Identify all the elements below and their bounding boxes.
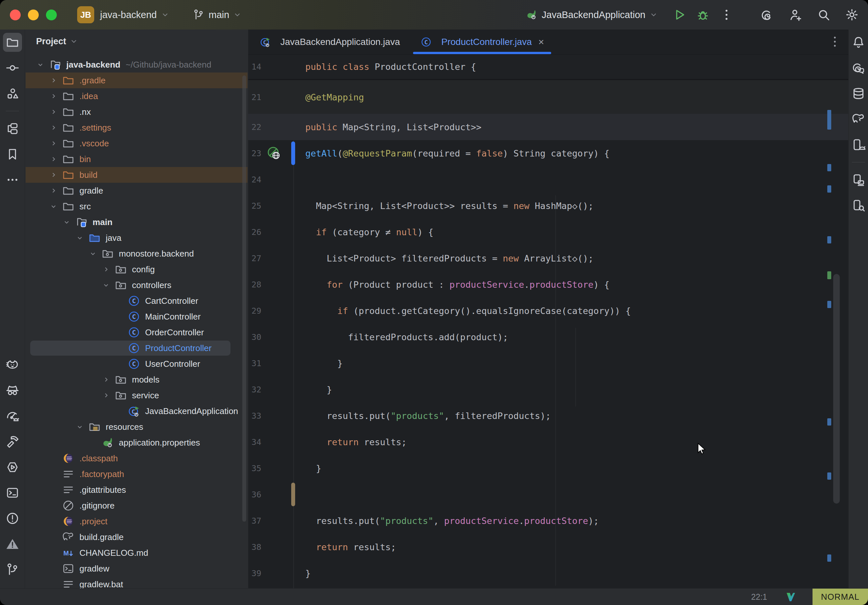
tree-item-UserController[interactable]: CUserController [25,356,248,372]
editor-tab-ProductController.java[interactable]: CProductController.java× [411,29,553,54]
tree-item-gradlew[interactable]: gradlew [25,561,248,576]
minimize-window-button[interactable] [28,9,39,20]
tree-item-main[interactable]: main [25,214,248,230]
tree-item-build.gradle[interactable]: build.gradle [25,529,248,545]
toolwindow-button-dots3[interactable] [3,170,22,189]
line-number[interactable]: 23 [248,140,261,166]
tree-item-controllers[interactable]: controllers [25,277,248,293]
error-stripe-mark[interactable] [827,271,831,279]
tree-item-application.properties[interactable]: application.properties [25,435,248,450]
line-number[interactable]: 33 [248,402,261,429]
tree-item-monostore.backend[interactable]: monostore.backend [25,246,248,261]
tree-item-.nx[interactable]: .nx [25,104,248,120]
error-stripe-mark[interactable] [827,186,831,193]
tree-item-JavaBackendApplication[interactable]: CJavaBackendApplication [25,403,248,419]
code-line-29[interactable]: 29 if (product.getCategory().equalsIgnor… [248,297,848,324]
tree-item-resources[interactable]: resources [25,419,248,435]
toolwindow-button-hammer[interactable] [3,432,22,451]
code-line-33[interactable]: 33 results.put("products", filteredProdu… [248,402,848,429]
error-stripe-mark[interactable] [827,301,831,308]
toolwindow-button-commit[interactable] [3,59,22,77]
tree-item-service[interactable]: service [25,387,248,403]
tree-item-src[interactable]: src [25,198,248,214]
toolwindow-button-devicesearch[interactable] [849,196,868,215]
code-line-24[interactable]: 24 [248,166,848,193]
editor-tab-JavaBackendApplication.java[interactable]: CJavaBackendApplication.java [250,29,409,54]
zoom-window-button[interactable] [46,9,57,20]
toolwindow-button-hexplay[interactable] [3,458,22,477]
line-number[interactable]: 36 [248,481,261,508]
tree-item-.settings[interactable]: .settings [25,120,248,136]
code-line-21[interactable]: 21@GetMapping [248,80,848,114]
tree-item-models[interactable]: models [25,372,248,387]
line-number[interactable]: 37 [248,508,261,534]
toolwindow-button-gaugebug[interactable] [3,407,22,426]
project-scrollbar[interactable] [242,76,246,521]
line-number[interactable]: 31 [248,350,261,376]
tree-item-config[interactable]: config [25,261,248,277]
gutter-change-bar-brown[interactable] [291,483,295,506]
tree-item-ProductController[interactable]: CProductController [25,340,248,356]
toolwindow-button-structure[interactable] [3,119,22,138]
line-number[interactable]: 35 [248,455,261,481]
toolwindow-button-branch[interactable] [3,560,22,579]
code-line-23[interactable]: 23 getAll(@RequestParam(required = false… [248,140,848,166]
code-line-34[interactable]: 34 return results; [248,429,848,455]
code-line-32[interactable]: 32 } [248,376,848,402]
code-line-31[interactable]: 31 } [248,350,848,376]
tree-item-gradlew.bat[interactable]: gradlew.bat [25,576,248,588]
error-stripe-mark[interactable] [827,110,831,130]
code-line-37[interactable]: 37 results.put("products", productServic… [248,508,848,534]
more-run-actions-button[interactable] [719,7,734,22]
line-number[interactable]: 34 [248,429,261,455]
code-line-27[interactable]: 27 List<Product> filteredProducts = new … [248,245,848,271]
code-line-36[interactable]: 36 [248,481,848,508]
toolwindow-button-bookmark[interactable] [3,145,22,164]
tree-item-.project[interactable]: .project [25,514,248,529]
line-number[interactable]: 38 [248,534,261,560]
debug-button[interactable] [695,7,710,22]
tree-item-.gitattributes[interactable]: .gitattributes [25,482,248,498]
line-number[interactable]: 29 [248,297,261,324]
toolwindow-button-bell[interactable] [849,33,868,52]
project-panel-header[interactable]: Project [25,29,248,53]
code-with-me-icon[interactable] [788,7,803,22]
project-selector[interactable]: java-backend [100,9,169,20]
tree-item-CartController[interactable]: CCartController [25,293,248,309]
toolwindow-button-devicemirror[interactable] [849,170,868,189]
toolwindow-button-gradle[interactable] [849,110,868,128]
line-number[interactable]: 28 [248,271,261,297]
sticky-line[interactable]: 14 public class ProductController { [248,54,848,80]
line-number[interactable]: 30 [248,324,261,350]
line-number[interactable]: 21 [248,80,261,114]
error-stripe-mark[interactable] [827,164,831,171]
code-line-22[interactable]: 22public Map<String, List<Product>> [248,114,848,140]
toolwindow-button-people[interactable] [3,84,22,103]
tree-item-.gradle[interactable]: .gradle [25,73,248,88]
vcs-branch-selector[interactable]: main [192,9,242,21]
toolwindow-button-aichat[interactable] [849,59,868,77]
error-stripe-mark[interactable] [827,472,831,480]
line-number[interactable]: 25 [248,193,261,219]
code-line-28[interactable]: 28 for (Product product : productService… [248,271,848,297]
toolwindow-button-phoneandroid[interactable] [849,135,868,154]
close-window-button[interactable] [10,9,21,20]
ai-assistant-icon[interactable] [760,7,775,22]
settings-gear-icon[interactable] [844,7,859,22]
line-number[interactable]: 22 [248,114,261,140]
code-line-39[interactable]: 39} [248,560,848,586]
tree-item-build[interactable]: build [25,167,248,183]
toolwindow-button-incognito[interactable] [3,381,22,400]
toolwindow-button-folder[interactable] [3,33,22,52]
close-tab-icon[interactable]: × [538,36,544,48]
code-line-25[interactable]: 25 Map<String, List<Product>> results = … [248,193,848,219]
ideavim-icon[interactable] [785,591,797,603]
code-line-26[interactable]: 26 if (category ≠ null) { [248,219,848,245]
tree-item-.vscode[interactable]: .vscode [25,136,248,151]
line-number[interactable]: 27 [248,245,261,271]
caret-position[interactable]: 22:1 [751,592,767,602]
tree-item-java[interactable]: java [25,230,248,246]
toolwindow-button-database[interactable] [849,84,868,103]
toolwindow-button-warntri[interactable] [3,534,22,554]
tree-item-.classpath[interactable]: .classpath [25,450,248,466]
